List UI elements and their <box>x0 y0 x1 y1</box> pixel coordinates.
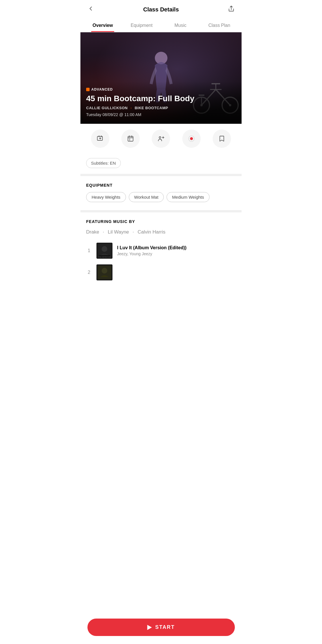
track-title: I Luv It (Album Version (Edited)) <box>117 245 236 250</box>
class-meta: CALLIE GULLICKSON · BIKE BOOTCAMP <box>86 106 236 110</box>
record-button[interactable] <box>182 129 201 148</box>
tab-overview[interactable]: Overview <box>83 19 122 32</box>
track-number: 2 <box>86 270 92 275</box>
hero-image: ADVANCED 45 min Bootcamp: Full Body CALL… <box>80 32 242 124</box>
artist-sep-2: · <box>133 229 135 235</box>
class-title: 45 min Bootcamp: Full Body <box>86 94 236 103</box>
album-art-1: THE INSPIRATION <box>96 243 112 259</box>
music-section-title: FEATURING MUSIC BY <box>86 219 236 224</box>
subtitles-section: Subtitles: EN <box>80 153 242 176</box>
bookmark-icon <box>218 135 225 142</box>
track-album-art: THE INSPIRATION <box>96 243 112 259</box>
artist-1: Drake <box>86 229 99 235</box>
tab-class-plan[interactable]: Class Plan <box>200 19 239 32</box>
equipment-tags: Heavy Weights Workout Mat Medium Weights <box>86 192 236 202</box>
advanced-badge: ADVANCED <box>86 87 113 91</box>
advanced-label: ADVANCED <box>91 87 113 91</box>
class-type: BIKE BOOTCAMP <box>135 106 168 110</box>
music-artists: Drake · Lil Wayne · Calvin Harris <box>86 228 236 236</box>
svg-point-29 <box>102 246 107 252</box>
equipment-tag-workout-mat[interactable]: Workout Mat <box>129 192 164 202</box>
subtitles-badge[interactable]: Subtitles: EN <box>86 158 121 168</box>
svg-point-34 <box>102 268 107 274</box>
instructor-name: CALLIE GULLICKSON <box>86 106 128 110</box>
album-art-2 <box>96 264 112 280</box>
svg-point-24 <box>159 137 161 138</box>
record-dot <box>190 137 193 140</box>
tab-equipment[interactable]: Equipment <box>122 19 161 32</box>
actions-row <box>80 124 242 153</box>
badge-dot <box>86 88 90 91</box>
artist-sep-1: · <box>103 229 105 235</box>
back-button[interactable] <box>86 4 95 15</box>
track-item[interactable]: 1 THE INSPIRATION I Luv It (Album Versio… <box>86 243 236 259</box>
invite-friends-button[interactable] <box>152 129 170 148</box>
track-item[interactable]: 2 <box>86 264 236 280</box>
schedule-button[interactable] <box>121 129 140 148</box>
track-info <box>117 272 236 273</box>
add-to-stack-icon <box>97 135 104 142</box>
svg-text:THE INSPIRATION: THE INSPIRATION <box>98 256 111 258</box>
svg-rect-18 <box>128 136 133 141</box>
share-button[interactable] <box>227 4 236 15</box>
track-album-art <box>96 264 112 280</box>
separator-dot: · <box>131 106 132 110</box>
track-number: 1 <box>86 248 92 253</box>
record-icon <box>188 135 195 142</box>
back-icon <box>87 5 94 12</box>
artist-3: Calvin Harris <box>138 229 165 235</box>
class-date: Tuesday 08/09/22 @ 11:00 AM <box>86 112 236 117</box>
hero-overlay: ADVANCED 45 min Bootcamp: Full Body CALL… <box>80 81 242 124</box>
equipment-tag-heavy-weights[interactable]: Heavy Weights <box>86 192 126 202</box>
equipment-section: EQUIPMENT Heavy Weights Workout Mat Medi… <box>80 176 242 212</box>
page-title: Class Details <box>143 6 179 13</box>
equipment-tag-medium-weights[interactable]: Medium Weights <box>167 192 209 202</box>
tabs-bar: Overview Equipment Music Class Plan <box>80 19 242 32</box>
header: Class Details <box>80 0 242 19</box>
tab-music[interactable]: Music <box>161 19 200 32</box>
add-to-stack-button[interactable] <box>91 129 109 148</box>
track-info: I Luv It (Album Version (Edited)) Jeezy,… <box>117 245 236 256</box>
artist-2: Lil Wayne <box>108 229 129 235</box>
invite-friends-icon <box>157 135 164 142</box>
schedule-icon <box>127 135 134 142</box>
bookmark-button[interactable] <box>213 129 231 148</box>
music-section: FEATURING MUSIC BY Drake · Lil Wayne · C… <box>80 212 242 315</box>
share-icon <box>228 5 235 12</box>
equipment-title: EQUIPMENT <box>86 183 236 188</box>
track-artist: Jeezy, Young Jeezy <box>117 252 236 256</box>
